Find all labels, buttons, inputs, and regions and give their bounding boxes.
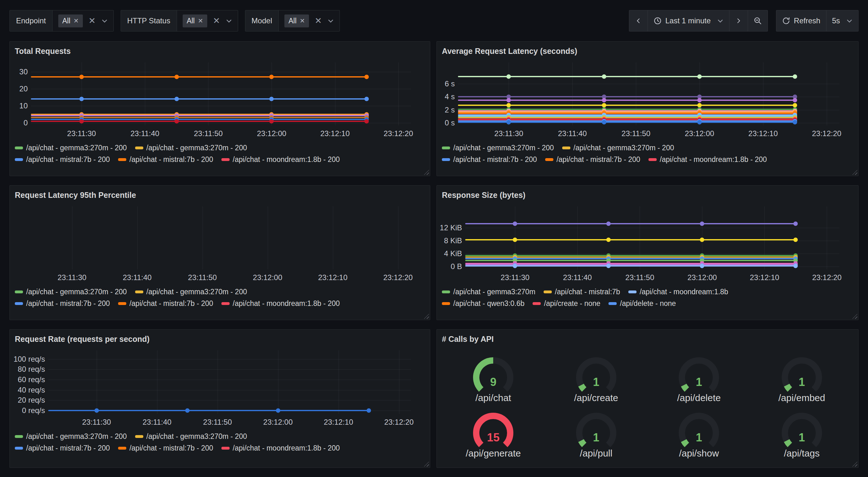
legend-item[interactable]: /api/chat - moondream:1.8b - 200 xyxy=(649,155,767,164)
chart-plot-area[interactable] xyxy=(458,62,839,125)
clock-icon xyxy=(653,17,662,25)
panel-title[interactable]: Average Request Latency (seconds) xyxy=(442,46,853,57)
x-axis-tick-label: 23:11:30 xyxy=(67,129,96,138)
legend-item[interactable]: /api/chat - mistral:7b - 200 xyxy=(15,299,110,308)
legend-series-label: /api/chat - mistral:7b - 200 xyxy=(129,299,213,308)
filter-value-box[interactable]: All ✕ ✕ xyxy=(279,10,340,31)
legend-item[interactable]: /api/chat - mistral:7b - 200 xyxy=(15,155,110,164)
legend-series-color xyxy=(442,147,450,149)
legend-series-label: /api/chat - qwen3:0.6b xyxy=(453,299,524,308)
legend-item[interactable]: /api/chat - moondream:1.8b - 200 xyxy=(221,299,340,308)
panel-resize-handle[interactable] xyxy=(424,170,429,175)
filter-value-pill[interactable]: All ✕ xyxy=(58,14,83,27)
chart-plot-area[interactable] xyxy=(48,350,411,414)
legend-item[interactable]: /api/chat - mistral:7b - 200 xyxy=(118,299,213,308)
y-axis-tick-label: 30 xyxy=(19,67,28,76)
legend-item[interactable]: /api/chat - mistral:7b - 200 xyxy=(545,155,640,164)
refresh-button[interactable]: Refresh xyxy=(776,10,826,31)
series-point xyxy=(506,120,511,124)
filter-value-pill[interactable]: All ✕ xyxy=(183,14,207,27)
zoom-out-button[interactable] xyxy=(748,10,768,31)
legend-item[interactable]: /api/chat - gemma3:270m - 200 xyxy=(15,432,127,441)
panel-response-size: Response Size (bytes) 12 KiB8 KiB4 KiB0 … xyxy=(436,185,859,320)
timeseries-chart: 6 s4 s2 s0 s23:11:3023:11:4023:11:5023:1… xyxy=(442,62,853,139)
filter-value-box[interactable]: All ✕ ✕ xyxy=(53,10,113,31)
x-axis-tick-label: 23:11:40 xyxy=(558,129,587,138)
refresh-icon xyxy=(782,17,790,25)
chevron-down-icon[interactable] xyxy=(226,19,232,23)
x-axis-tick-label: 23:12:20 xyxy=(383,273,412,282)
series-point xyxy=(793,238,798,242)
clear-filter-icon[interactable]: ✕ xyxy=(315,17,322,25)
legend-item[interactable]: /api/chat - mistral:7b xyxy=(544,288,620,296)
remove-value-icon[interactable]: ✕ xyxy=(300,18,305,24)
filter-value-text: All xyxy=(62,17,70,25)
legend-item[interactable]: /api/create - none xyxy=(533,299,600,308)
panel-resize-handle[interactable] xyxy=(852,170,857,175)
panel-title[interactable]: Request Rate (requests per second) xyxy=(15,333,425,345)
time-shift-back-button[interactable] xyxy=(629,10,648,31)
legend-row: /api/chat - mistral:7b - 200/api/chat - … xyxy=(15,155,425,164)
zoom-out-icon xyxy=(754,17,762,25)
legend-item[interactable]: /api/chat - mistral:7b - 200 xyxy=(118,155,213,164)
legend-item[interactable]: /api/chat - gemma3:270m - 200 xyxy=(135,288,247,296)
time-shift-forward-button[interactable] xyxy=(729,10,748,31)
chart-plot-area[interactable] xyxy=(465,206,839,269)
timeseries-chart: 12 KiB8 KiB4 KiB0 B23:11:3023:11:4023:11… xyxy=(442,206,853,282)
x-axis-tick-label: 23:12:10 xyxy=(750,273,779,282)
remove-value-icon[interactable]: ✕ xyxy=(198,18,203,24)
legend-item[interactable]: /api/chat - moondream:1.8b xyxy=(628,288,728,296)
gridline-horizontal xyxy=(48,380,411,380)
panel-average-request-latency: Average Request Latency (seconds) 6 s4 s… xyxy=(436,41,859,176)
legend-item[interactable]: /api/chat - moondream:1.8b - 200 xyxy=(221,444,340,452)
legend-item[interactable]: /api/chat - mistral:7b - 200 xyxy=(442,155,537,164)
gauge-label: /api/show xyxy=(679,448,719,459)
gridline-vertical xyxy=(399,350,399,414)
panel-title[interactable]: # Calls by API xyxy=(442,333,853,345)
panel-resize-handle[interactable] xyxy=(852,461,857,467)
legend-item[interactable]: /api/delete - none xyxy=(609,299,676,308)
legend-item[interactable]: /api/chat - gemma3:270m - 200 xyxy=(15,144,127,152)
panel-title[interactable]: Request Latency 95th Percentile xyxy=(15,189,425,201)
chart-plot-area[interactable] xyxy=(31,62,411,125)
y-axis-tick-label: 10 xyxy=(19,101,28,110)
legend-row: /api/chat - mistral:7b - 200/api/chat - … xyxy=(15,444,425,452)
legend-item[interactable]: /api/chat - gemma3:270m - 200 xyxy=(562,144,674,152)
legend-item[interactable]: /api/chat - gemma3:270m - 200 xyxy=(15,288,127,296)
legend-item[interactable]: /api/chat - mistral:7b - 200 xyxy=(118,444,213,452)
legend-row: /api/chat - gemma3:270m - 200/api/chat -… xyxy=(442,144,853,152)
filter-value-pill[interactable]: All ✕ xyxy=(284,14,309,27)
series-point xyxy=(697,98,702,102)
time-range-button[interactable]: Last 1 minute xyxy=(648,10,729,31)
panel-resize-handle[interactable] xyxy=(852,314,857,319)
clear-filter-icon[interactable]: ✕ xyxy=(89,17,96,25)
legend-series-color xyxy=(533,302,541,305)
legend-item[interactable]: /api/chat - gemma3:270m xyxy=(442,288,535,296)
legend-item[interactable]: /api/chat - gemma3:270m - 200 xyxy=(135,432,247,441)
legend-item[interactable]: /api/chat - mistral:7b - 200 xyxy=(15,444,110,452)
legend-series-label: /api/chat - gemma3:270m - 200 xyxy=(26,288,127,296)
chevron-down-icon[interactable] xyxy=(101,19,108,23)
legend-item[interactable]: /api/chat - moondream:1.8b - 200 xyxy=(221,155,340,164)
refresh-interval-button[interactable]: 5s xyxy=(826,10,858,31)
clear-filter-icon[interactable]: ✕ xyxy=(213,17,220,25)
legend-item[interactable]: /api/chat - gemma3:270m - 200 xyxy=(135,144,247,152)
filter-value-box[interactable]: All ✕ ✕ xyxy=(177,10,238,31)
timeseries-chart: 23:11:3023:11:4023:11:5023:12:0023:12:10… xyxy=(15,206,425,282)
x-axis-tick-label: 23:11:40 xyxy=(130,129,159,138)
legend-item[interactable]: /api/chat - qwen3:0.6b xyxy=(442,299,524,308)
gridline-vertical xyxy=(203,206,203,269)
chevron-down-icon[interactable] xyxy=(328,19,334,23)
gridline-horizontal xyxy=(465,241,839,241)
legend-item[interactable]: /api/chat - gemma3:270m - 200 xyxy=(442,144,554,152)
x-axis-tick-label: 23:12:00 xyxy=(685,129,714,138)
x-axis-tick-label: 23:11:40 xyxy=(123,273,152,282)
panel-title[interactable]: Total Requests xyxy=(15,46,425,57)
chart-plot-area[interactable] xyxy=(20,206,411,269)
refresh-group: Refresh 5s xyxy=(776,10,859,31)
remove-value-icon[interactable]: ✕ xyxy=(73,18,79,24)
panel-title[interactable]: Response Size (bytes) xyxy=(442,189,853,201)
panel-resize-handle[interactable] xyxy=(424,461,429,467)
panel-resize-handle[interactable] xyxy=(424,314,429,319)
gauge-value: 15 xyxy=(466,431,520,444)
